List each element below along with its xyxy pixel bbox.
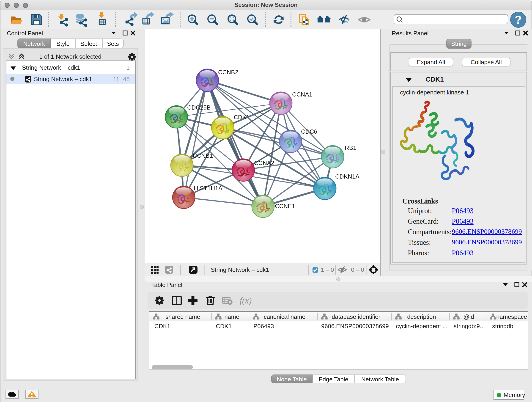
svg-text:0 – 0: 0 – 0 — [351, 266, 364, 273]
svg-text:String Network – cdk1: String Network – cdk1 — [211, 266, 269, 273]
svg-text:RB1: RB1 — [345, 144, 356, 151]
svg-text:shared name: shared name — [165, 313, 200, 320]
svg-text:CDKN1A: CDKN1A — [335, 173, 360, 180]
svg-text:namespace: namespace — [496, 313, 527, 320]
svg-text:CCNB2: CCNB2 — [218, 69, 238, 76]
svg-text:name: name — [224, 313, 239, 320]
svg-text:database identifier: database identifier — [332, 313, 380, 320]
svg-text:CDK1: CDK1 — [234, 114, 249, 121]
svg-text:canonical name: canonical name — [264, 313, 305, 320]
svg-text:f(x): f(x) — [240, 296, 252, 306]
svg-text:description: description — [407, 313, 436, 320]
svg-text:HIST1H1A: HIST1H1A — [194, 185, 222, 191]
svg-text:CCNE1: CCNE1 — [275, 203, 295, 210]
svg-text:CCNB1: CCNB1 — [193, 152, 213, 159]
svg-text:CDC25B: CDC25B — [187, 104, 211, 111]
svg-text:@id: @id — [463, 313, 474, 320]
svg-text:CDC6: CDC6 — [301, 128, 317, 135]
svg-text:1 – 0: 1 – 0 — [321, 266, 334, 273]
svg-text:?: ? — [515, 13, 522, 26]
svg-text:CCNA1: CCNA1 — [292, 91, 312, 98]
svg-text:CCNA2: CCNA2 — [254, 160, 274, 166]
